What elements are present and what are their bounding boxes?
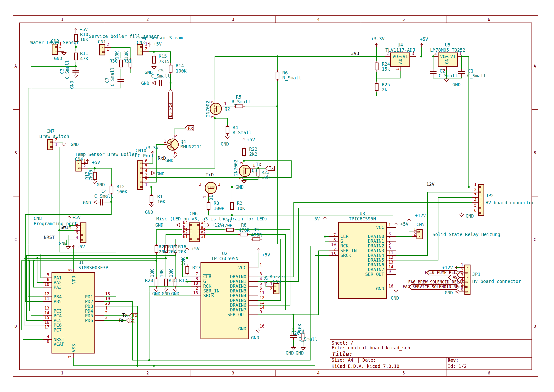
gnd-icon[interactable] (176, 223, 180, 227)
resistor-R8[interactable] (240, 233, 247, 236)
gnd-icon[interactable] (152, 81, 155, 85)
wire[interactable] (396, 197, 472, 260)
junction[interactable] (153, 365, 155, 367)
resistor-R22[interactable] (242, 148, 246, 155)
schematic-canvas[interactable]: RxTxTxRxU5_PC4FA10_PUMP_RELAYFA9FA8_BREW… (0, 0, 554, 392)
resistor-R15[interactable] (152, 56, 156, 63)
connector-CN7[interactable] (47, 139, 53, 150)
wire[interactable] (293, 251, 329, 315)
junction[interactable] (277, 56, 278, 57)
connector-JP2[interactable] (478, 185, 484, 216)
connector-CN4[interactable] (76, 161, 81, 171)
wire[interactable] (249, 234, 285, 310)
junction[interactable] (40, 255, 42, 256)
junction[interactable] (170, 82, 172, 84)
junction[interactable] (243, 160, 245, 162)
gnd-icon[interactable] (301, 347, 305, 350)
wire[interactable] (377, 71, 400, 78)
junction[interactable] (277, 105, 278, 107)
junction[interactable] (231, 214, 233, 216)
gnd-icon[interactable] (456, 290, 459, 294)
wire[interactable] (154, 296, 191, 366)
wire[interactable] (66, 240, 74, 244)
connector-CN3[interactable] (137, 45, 143, 55)
resistor-R3[interactable] (207, 203, 210, 210)
gnd-icon[interactable] (62, 53, 66, 55)
resistor-R18[interactable] (164, 279, 167, 286)
resistor-R14[interactable] (169, 65, 172, 72)
resistor-R13[interactable] (93, 172, 97, 179)
junction[interactable] (174, 255, 176, 256)
junction[interactable] (420, 56, 422, 57)
junction[interactable] (94, 167, 96, 169)
gnd-icon[interactable] (62, 143, 66, 146)
gnd-icon[interactable] (74, 75, 78, 77)
junction[interactable] (468, 186, 470, 188)
junction[interactable] (155, 260, 157, 262)
connector-CN5[interactable] (417, 229, 422, 239)
wire[interactable] (41, 255, 43, 278)
wire[interactable] (34, 261, 43, 287)
gnd-icon[interactable] (291, 347, 296, 350)
junction[interactable] (231, 186, 233, 188)
resistor-R11[interactable] (74, 53, 77, 60)
junction[interactable] (292, 328, 294, 330)
resistor-R1[interactable] (150, 196, 153, 203)
junction[interactable] (33, 260, 35, 262)
wire[interactable] (175, 239, 182, 244)
gnd-icon[interactable] (256, 330, 260, 333)
resistor-R25[interactable] (375, 84, 378, 91)
gnd-icon[interactable] (152, 67, 156, 69)
junction[interactable] (28, 260, 30, 262)
junction[interactable] (110, 201, 112, 203)
junction[interactable] (165, 257, 167, 259)
gnd-icon[interactable] (93, 181, 97, 184)
resistor-R9[interactable] (253, 238, 260, 241)
junction[interactable] (75, 65, 77, 67)
resistor-R6[interactable] (276, 72, 279, 79)
wire[interactable] (175, 128, 185, 134)
resistor-R30[interactable] (119, 60, 122, 67)
wire[interactable] (95, 168, 111, 184)
gnd-icon[interactable] (242, 181, 246, 183)
gnd-icon[interactable] (152, 171, 155, 175)
resistor-R4[interactable] (226, 126, 229, 134)
wire[interactable] (266, 286, 267, 286)
junction[interactable] (432, 56, 434, 57)
resistor-R27[interactable] (186, 266, 189, 273)
wire[interactable] (37, 258, 43, 282)
wire[interactable] (315, 255, 329, 366)
resistor-R7[interactable] (226, 228, 234, 231)
junction[interactable] (36, 257, 38, 259)
junction[interactable] (324, 236, 326, 238)
gnd-icon[interactable] (394, 290, 398, 293)
resistor-R5[interactable] (236, 105, 243, 108)
wire[interactable] (149, 286, 191, 360)
wire[interactable] (156, 230, 182, 244)
junction[interactable] (58, 229, 60, 231)
connector-CN10[interactable] (137, 161, 143, 189)
power-arrow-right-icon[interactable] (208, 224, 209, 226)
connector-CN9[interactable] (274, 283, 279, 294)
gnd-icon[interactable] (225, 136, 229, 139)
resistor-R20[interactable] (155, 279, 158, 286)
junction[interactable] (148, 359, 150, 361)
junction[interactable] (136, 365, 138, 367)
wire[interactable] (208, 211, 232, 215)
gnd-icon[interactable] (459, 214, 464, 217)
resistor-R23[interactable] (257, 169, 260, 176)
gnd-icon[interactable] (173, 155, 177, 158)
resistor-R2[interactable] (230, 203, 234, 210)
resistor-R24[interactable] (375, 63, 378, 70)
connector-JP1[interactable] (465, 265, 470, 294)
resistor-R21[interactable] (155, 245, 158, 253)
gnd-icon[interactable] (66, 246, 70, 249)
wire[interactable] (409, 223, 412, 232)
junction[interactable] (292, 314, 294, 316)
gnd-icon[interactable] (94, 201, 97, 204)
connector-CN1[interactable] (99, 45, 105, 55)
connector-CN2[interactable] (52, 44, 58, 55)
gnd-icon[interactable] (444, 79, 449, 82)
wire[interactable] (215, 118, 227, 125)
junction[interactable] (150, 186, 152, 188)
